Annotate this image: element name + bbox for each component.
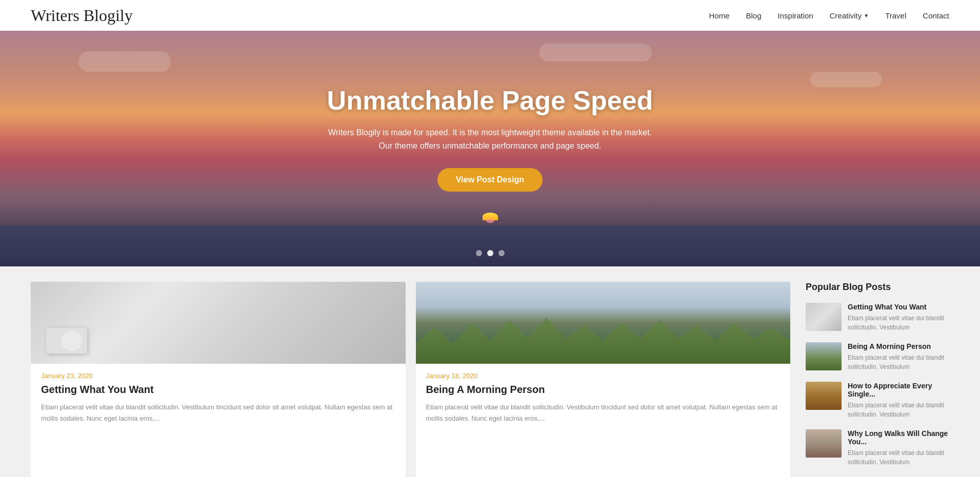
dot-2[interactable] — [487, 250, 493, 256]
popular-item-1[interactable]: Getting What You Want Etiam placerat vel… — [806, 303, 949, 332]
header: Writers Blogily Home Blog Inspiration Cr… — [0, 0, 980, 31]
post-image-1 — [31, 282, 406, 364]
post-image-forest — [416, 282, 791, 364]
thumb-walk-icon — [806, 429, 842, 458]
popular-post-excerpt-3: Etiam placerat velit vitae dui blandit s… — [848, 401, 949, 419]
popular-post-title-1[interactable]: Getting What You Want — [848, 303, 949, 311]
popular-info-2: Being A Morning Person Etiam placerat ve… — [848, 342, 949, 371]
sidebar-title: Popular Blog Posts — [806, 282, 949, 293]
post-card-2: January 18, 2020 Being A Morning Person … — [416, 282, 791, 477]
popular-post-title-2[interactable]: Being A Morning Person — [848, 342, 949, 350]
popular-post-title-3[interactable]: How to Appreciate Every Single... — [848, 382, 949, 398]
sidebar: Popular Blog Posts Getting What You Want… — [806, 282, 949, 477]
post-body-1: January 23, 2020 Getting What You Want E… — [31, 364, 406, 434]
hero-content: Unmatchable Page Speed Writers Blogily i… — [317, 85, 664, 191]
hero-dots — [476, 250, 505, 256]
posts-grid: January 23, 2020 Getting What You Want E… — [31, 282, 790, 477]
post-date-2: January 18, 2020 — [426, 372, 781, 380]
post-title-1[interactable]: Getting What You Want — [41, 384, 395, 396]
popular-info-3: How to Appreciate Every Single... Etiam … — [848, 382, 949, 419]
popular-post-title-4[interactable]: Why Long Walks Will Change You... — [848, 429, 949, 446]
popular-info-1: Getting What You Want Etiam placerat vel… — [848, 303, 949, 332]
cloud-3 — [810, 72, 882, 87]
site-title[interactable]: Writers Blogily — [31, 6, 133, 25]
nav-creativity[interactable]: Creativity ▼ — [830, 11, 869, 20]
hero-section: Unmatchable Page Speed Writers Blogily i… — [0, 31, 980, 266]
post-excerpt-1: Etiam placerat velit vitae dui blandit s… — [41, 402, 395, 424]
nav-blog[interactable]: Blog — [746, 11, 762, 20]
popular-post-excerpt-2: Etiam placerat velit vitae dui blandit s… — [848, 353, 949, 371]
cloud-1 — [78, 51, 171, 72]
nav-inspiration[interactable]: Inspiration — [778, 11, 813, 20]
post-body-2: January 18, 2020 Being A Morning Person … — [416, 364, 791, 434]
popular-item-2[interactable]: Being A Morning Person Etiam placerat ve… — [806, 342, 949, 371]
nav-contact[interactable]: Contact — [923, 11, 949, 20]
nav-travel[interactable]: Travel — [885, 11, 906, 20]
post-date-1: January 23, 2020 — [41, 372, 395, 380]
hero-water — [0, 225, 980, 266]
dot-3[interactable] — [498, 250, 505, 256]
thumb-autumn-icon — [806, 382, 842, 410]
nav-home[interactable]: Home — [709, 11, 729, 20]
popular-thumb-2 — [806, 342, 842, 370]
chevron-down-icon: ▼ — [864, 13, 869, 18]
thumb-forest-icon — [806, 342, 842, 370]
popular-thumb-4 — [806, 429, 842, 458]
post-card-1: January 23, 2020 Getting What You Want E… — [31, 282, 406, 477]
popular-item-4[interactable]: Why Long Walks Will Change You... Etiam … — [806, 429, 949, 467]
popular-post-excerpt-1: Etiam placerat velit vitae dui blandit s… — [848, 314, 949, 332]
cloud-2 — [539, 44, 652, 61]
post-title-2[interactable]: Being A Morning Person — [426, 384, 781, 396]
post-image-desk — [31, 282, 406, 364]
popular-info-4: Why Long Walks Will Change You... Etiam … — [848, 429, 949, 467]
main-nav: Home Blog Inspiration Creativity ▼ Trave… — [709, 11, 949, 20]
hero-sun — [483, 213, 498, 220]
popular-post-excerpt-4: Etiam placerat velit vitae dui blandit s… — [848, 448, 949, 467]
popular-item-3[interactable]: How to Appreciate Every Single... Etiam … — [806, 382, 949, 419]
hero-subtitle: Writers Blogily is made for speed. It is… — [327, 126, 653, 152]
popular-thumb-1 — [806, 303, 842, 331]
thumb-desk-icon — [806, 303, 842, 331]
main-content: January 23, 2020 Getting What You Want E… — [0, 266, 980, 477]
post-excerpt-2: Etiam placerat velit vitae dui blandit s… — [426, 402, 781, 424]
popular-thumb-3 — [806, 382, 842, 410]
hero-cta-button[interactable]: View Post Design — [437, 168, 543, 192]
hero-title: Unmatchable Page Speed — [327, 85, 653, 116]
post-image-2 — [416, 282, 791, 364]
dot-1[interactable] — [476, 250, 482, 256]
